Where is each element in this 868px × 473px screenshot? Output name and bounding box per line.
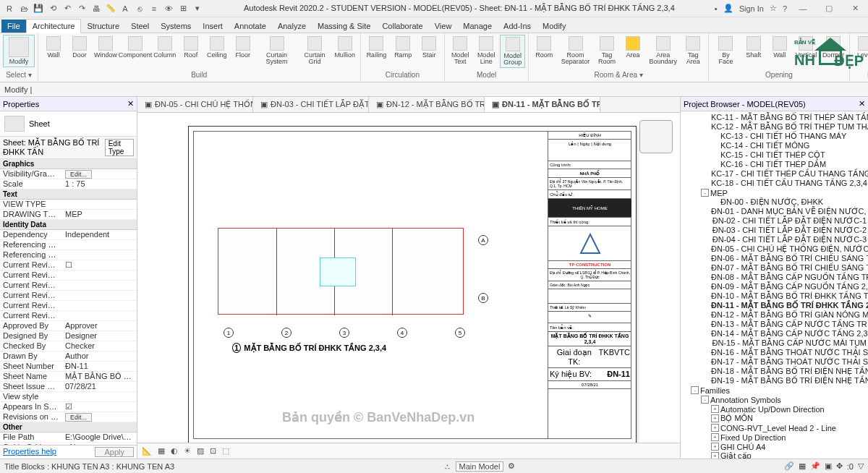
tree-node[interactable]: ĐN-13 - MẶT BẰNG CẤP NƯỚC TẦNG TRỆT, LỬN… <box>681 320 868 329</box>
document-tab[interactable]: ▣ĐN-12 - MẶT BẰNG BỐ TRÍ GIÀN...✕ <box>369 97 485 112</box>
tree-node[interactable]: KC-16 - CHI TIẾT THÉP DẦM <box>681 160 868 169</box>
property-group[interactable]: Identity Data <box>0 220 137 230</box>
property-row[interactable]: View style <box>0 392 137 402</box>
expand-icon[interactable]: - <box>701 189 709 197</box>
sync-icon[interactable]: ⟲ <box>46 2 59 15</box>
property-row[interactable]: Sheet NumberĐN-11 <box>0 362 137 372</box>
title-block[interactable]: HIỆU ĐÍNH Lần | Ngày | Nội dung Công trì… <box>548 131 631 439</box>
ribbon-tab-view[interactable]: View <box>429 20 458 33</box>
tree-node[interactable]: ĐN-12 - MẶT BẰNG BỐ TRÍ GIÀN NÓNG MÁI TU… <box>681 310 868 320</box>
crop-view[interactable]: ⊡ <box>210 446 216 456</box>
grid-bubble[interactable]: B <box>478 293 488 303</box>
tree-node[interactable]: ĐN-11 - MẶT BẰNG BỐ TRÍ ĐHKK TẦNG 2,3,4 <box>681 301 868 310</box>
property-row[interactable]: Designed ByDesigner <box>0 331 137 341</box>
design-options[interactable]: ⚙ <box>508 461 515 471</box>
tree-node[interactable]: KC-14 - CHI TIẾT MÓNG <box>681 141 868 150</box>
tree-node[interactable]: -Annotation Symbols <box>681 395 868 404</box>
search-icon[interactable]: • <box>715 4 718 13</box>
tree-node[interactable]: ĐN-09 - MẶT BẰNG CẤP NGUỒN TẦNG 2,3,4,SÂ… <box>681 282 868 291</box>
tree-node[interactable]: ĐN-06 - MẶT BẰNG BỐ TRÍ CHIẾU SÁNG TẦNG … <box>681 254 868 263</box>
document-tab[interactable]: ▣ĐN-03 - CHI TIẾT LẮP ĐẶT ĐIỆN N...✕ <box>253 97 369 112</box>
ribbon-tab-architecture[interactable]: Architecture <box>26 19 82 33</box>
tool-ceiling[interactable]: Ceiling <box>205 35 229 67</box>
tree-node[interactable]: KC-17 - CHI TIẾT THÉP CẦU THANG TẦNG 1, … <box>681 169 868 179</box>
expand-icon[interactable]: + <box>711 452 719 459</box>
tree-node[interactable]: -Families <box>681 385 868 395</box>
ribbon-tab-addins[interactable]: Add-Ins <box>498 20 537 33</box>
property-row[interactable]: File PathE:\Google Drive\1. WOR... <box>0 432 137 443</box>
property-row[interactable]: Current Revision Issued ... <box>0 281 137 291</box>
tree-node[interactable]: ĐN-14 - MẶT BẰNG CẤP NƯỚC TẦNG 2,3,4,SÂN… <box>681 329 868 338</box>
tree-node[interactable]: ĐN-04 - CHI TIẾT LẮP ĐẶT ĐIỆN NƯỚC-3 <box>681 235 868 244</box>
property-group[interactable]: Text <box>0 189 137 200</box>
print-icon[interactable]: 🖶 <box>90 2 103 15</box>
property-row[interactable]: Referencing Sheet <box>0 240 137 250</box>
close-hidden-icon[interactable]: 👁 <box>162 2 175 15</box>
tool-byface[interactable]: By Face <box>712 35 740 67</box>
tool-area[interactable]: Area <box>621 35 645 67</box>
ribbon-tab-insert[interactable]: Insert <box>197 20 229 33</box>
tree-node[interactable]: ĐN-17 - MẶT BẰNG THOÁT NƯỚC THẢI SINH HO… <box>681 357 868 367</box>
property-row[interactable]: Approved ByApprover <box>0 321 137 331</box>
select-pinned[interactable]: 📌 <box>810 461 820 471</box>
select-links[interactable]: 🔗 <box>784 461 794 471</box>
shadows[interactable]: ▨ <box>197 446 204 456</box>
type-selector[interactable]: Sheet <box>0 111 137 136</box>
tree-node[interactable]: ĐN-02 - CHI TIẾT LẮP ĐẶT ĐIỆN NƯỚC-1 <box>681 216 868 226</box>
tool-curtainsystem[interactable]: Curtain System <box>257 35 297 67</box>
open-icon[interactable]: 🗁 <box>17 2 30 15</box>
tool-shaft[interactable]: Shaft <box>741 35 766 67</box>
tree-node[interactable]: ĐN-18 - MẶT BẰNG BỐ TRÍ ĐIỆN NHẸ TẦNG TR… <box>681 367 868 376</box>
section-icon[interactable]: ⎋ <box>133 2 146 15</box>
property-group[interactable]: Graphics <box>0 159 137 169</box>
tree-node[interactable]: ĐN-08 - MẶT BẰNG CẤP NGUỒN TẦNG TRỆT, LỬ… <box>681 273 868 282</box>
property-row[interactable]: Current Revision <box>0 311 137 321</box>
tool-roof[interactable]: Roof <box>179 35 203 67</box>
dropdown-icon[interactable]: ▾ <box>191 2 204 15</box>
expand-icon[interactable]: + <box>711 424 719 432</box>
tree-node[interactable]: ĐN-00 - ĐIỆN NƯỚC, ĐHKK <box>681 197 868 207</box>
filter-count[interactable]: :0 <box>847 462 854 471</box>
ribbon-tab-annotate[interactable]: Annotate <box>229 20 272 33</box>
property-row[interactable]: Scale 1 : 75 <box>0 179 137 189</box>
property-group[interactable]: Other <box>0 422 137 432</box>
property-row[interactable]: Current Revision Date <box>0 291 137 301</box>
property-row[interactable]: Appears In Sheet List☑ <box>0 402 137 412</box>
property-row[interactable]: Checked ByChecker <box>0 341 137 351</box>
tree-node[interactable]: KC-15 - CHI TIẾT THÉP CỘT <box>681 150 868 160</box>
tree-node[interactable]: ĐN-10 - MẶT BẰNG BỐ TRÍ ĐHKK TẦNG TRỆT, … <box>681 291 868 301</box>
drawing-canvas[interactable]: BanVeNhaDep.vn 12345 AB 1 MẶT BẰNG BỐ TR… <box>137 113 680 443</box>
ribbon-tab-file[interactable]: File <box>1 20 26 33</box>
tree-node[interactable]: KC-18 - CHI TIẾT CẦU THANG TẦNG 2,3,4 <box>681 179 868 188</box>
tool-modify[interactable]: Modify <box>3 35 35 67</box>
switch-icon[interactable]: ⊞ <box>176 2 190 15</box>
tree-node[interactable]: +Fixed Up Direction <box>681 432 868 442</box>
tree-node[interactable]: ĐN-01 - DANH MỤC BẢN VẼ ĐIỆN NƯỚC, ĐHKK <box>681 207 868 216</box>
tool-tagarea[interactable]: Tag Area <box>681 35 705 67</box>
redo-icon[interactable]: ↷ <box>75 2 88 15</box>
measure-icon[interactable]: 📏 <box>104 2 117 15</box>
property-row[interactable]: Current Revision Issued☐ <box>0 260 137 270</box>
tree-node[interactable]: ĐN-07 - MẶT BẰNG BỐ TRÍ CHIẾU SÁNG TẦNG … <box>681 263 868 273</box>
ribbon-tab-manage[interactable]: Manage <box>457 20 498 33</box>
user-icon[interactable]: 👤 <box>723 4 733 13</box>
thin-icon[interactable]: ≡ <box>148 2 161 15</box>
floor-plan-viewport[interactable] <box>218 228 464 315</box>
save-icon[interactable]: 💾 <box>32 2 45 15</box>
expand-icon[interactable]: + <box>711 433 719 441</box>
help-icon[interactable]: ? <box>783 4 787 13</box>
tree-node[interactable]: ĐN-03 - CHI TIẾT LẮP ĐẶT ĐIỆN NƯỚC-2 <box>681 226 868 235</box>
expand-icon[interactable]: + <box>711 405 719 413</box>
ribbon-tab-collaborate[interactable]: Collaborate <box>376 20 428 33</box>
tool-areaboundary[interactable]: Area Boundary <box>647 35 679 67</box>
close-button[interactable]: ✕ <box>845 4 865 13</box>
expand-icon[interactable]: - <box>701 396 709 404</box>
grid-bubble[interactable]: 5 <box>455 328 465 338</box>
tree-node[interactable]: +CONG-RVT_Level Head 2 - Line <box>681 423 868 432</box>
tool-wall[interactable]: Wall <box>767 35 792 67</box>
edit-button[interactable]: Edit... <box>65 413 92 422</box>
ribbon-tab-steel[interactable]: Steel <box>125 20 155 33</box>
edit-type-button[interactable]: Edit Type <box>105 139 134 156</box>
main-model-selector[interactable]: Main Model <box>456 461 504 472</box>
ribbon-tab-massingsite[interactable]: Massing & Site <box>312 20 376 33</box>
